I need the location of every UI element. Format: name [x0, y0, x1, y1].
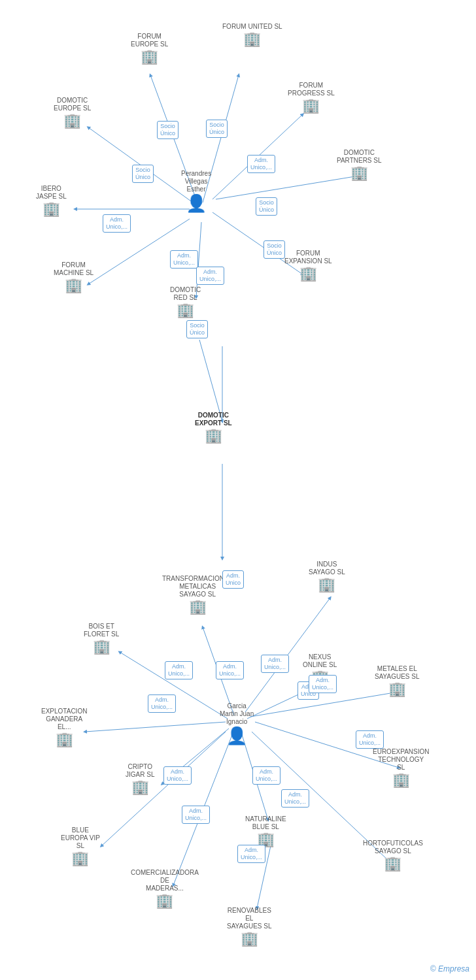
forum-machine-icon: 🏢	[65, 278, 82, 293]
hortofuticolas-icon: 🏢	[384, 857, 401, 871]
cripto-jigar-icon: 🏢	[131, 780, 149, 794]
explotacion-icon: 🏢	[56, 732, 73, 747]
badge-socio-3: SocioÚnico	[132, 165, 154, 183]
node-domotic-export: DOMOTICEXPORT SL 🏢	[195, 412, 232, 443]
watermark: © Empresa	[430, 964, 469, 973]
node-naturaline-blue: NATURALINEBLUE SL 🏢	[245, 815, 286, 847]
badge-adm-5: Adm.Unico,...	[165, 661, 193, 679]
node-domotic-europe: DOMOTICEUROPE SL 🏢	[54, 97, 91, 128]
svg-line-4	[216, 176, 355, 199]
badge-socio-4: SocioÚnico	[256, 197, 277, 216]
badge-adm-unico-1: Adm.Unico	[222, 570, 244, 589]
node-explotacion: EXPLOTACIONGANADERAEL... 🏢	[41, 708, 87, 747]
node-garcia: GarciaMartin JuanIgnacio 👤	[220, 702, 254, 744]
node-indus-sayago: INDUSSAYAGO SL 🏢	[309, 561, 345, 592]
node-hortofuticolas: HORTOFUTICOLASSAYAGO SL 🏢	[363, 840, 423, 871]
euroexpansion-icon: 🏢	[392, 773, 410, 787]
forum-progress-icon: 🏢	[302, 99, 320, 113]
badge-adm-2: Adm.Unico,...	[103, 214, 131, 233]
badge-adm-10: Adm.Unico,...	[356, 730, 384, 749]
node-forum-machine: FORUMMACHINE SL 🏢	[54, 261, 94, 293]
badge-adm-7: Adm.Unico,...	[261, 655, 289, 673]
badge-adm-6: Adm.Unico,...	[216, 661, 244, 679]
blue-europa-icon: 🏢	[71, 851, 89, 866]
forum-europe-icon: 🏢	[141, 50, 158, 64]
perandres-person-icon: 👤	[186, 195, 207, 212]
node-metales-el: METALES ELSAYAGUES SL 🏢	[375, 665, 420, 696]
badge-adm-11: Adm.Unico,...	[163, 766, 192, 785]
node-domotic-red: DOMOTICRED SL 🏢	[170, 286, 201, 318]
node-forum-expansion: FORUMEXPANSION SL 🏢	[284, 250, 332, 281]
node-comercializadora: COMERCIALIZADORADEMADERAS... 🏢	[131, 869, 199, 908]
forum-united-icon: 🏢	[243, 32, 261, 46]
svg-line-9	[199, 340, 222, 421]
svg-line-17	[85, 722, 226, 732]
node-euroexpansion: EUROEXPANSIONTECHNOLOGYSL 🏢	[373, 748, 430, 787]
domotic-europe-icon: 🏢	[63, 114, 81, 128]
ibero-jaspe-icon: 🏢	[42, 202, 60, 216]
domotic-partners-icon: 🏢	[350, 166, 368, 180]
node-forum-progress: FORUMPROGRESS SL 🏢	[288, 82, 335, 113]
node-ibero-jaspe: IBEROJASPE SL 🏢	[36, 185, 67, 216]
node-domotic-partners: DOMOTICPARTNERS SL 🏢	[337, 149, 382, 180]
garcia-person-icon: 👤	[226, 727, 247, 744]
indus-sayago-icon: 🏢	[318, 578, 335, 592]
badge-adm-14: Adm.Unico,...	[182, 806, 210, 824]
renovables-icon: 🏢	[241, 932, 258, 946]
badge-adm-9: Adm.Unico,...	[148, 694, 176, 713]
badge-adm-3: Adm.Unico,...	[170, 250, 198, 269]
diagram: FORUM UNITED SL 🏢 FORUMEUROPE SL 🏢 FORUM…	[0, 0, 476, 980]
svg-line-21	[101, 732, 226, 846]
forum-expansion-icon: 🏢	[299, 267, 317, 281]
node-blue-europa: BLUEEUROPA VIPSL 🏢	[61, 826, 100, 866]
node-forum-europe: FORUMEUROPE SL 🏢	[131, 33, 168, 64]
bois-floret-icon: 🏢	[93, 640, 110, 654]
badge-socio-2: SocioÚnico	[206, 120, 228, 138]
badge-socio-5: SocioÚnico	[264, 240, 285, 259]
comercializadora-icon: 🏢	[156, 894, 173, 908]
transformaciones-icon: 🏢	[189, 600, 207, 614]
node-cripto-jigar: CRIPTOJIGAR SL 🏢	[126, 763, 154, 794]
node-bois-floret: BOIS ETFLORET SL 🏢	[84, 623, 119, 654]
badge-adm-15: Adm.Unico,...	[237, 845, 265, 863]
domotic-export-icon: 🏢	[205, 429, 222, 443]
node-forum-united: FORUM UNITED SL 🏢	[222, 23, 282, 46]
badge-adm-1: Adm.Unico,...	[247, 155, 275, 173]
badge-socio-1: SocioÚnico	[157, 121, 178, 139]
badge-adm-12: Adm.Unico,...	[252, 766, 280, 785]
badge-adm-4: Adm.Unico,...	[196, 267, 224, 285]
badge-socio-6: SocioÚnico	[186, 320, 208, 338]
node-renovables: RENOVABLESELSAYAGUES SL 🏢	[227, 907, 272, 946]
badge-adm-13: Adm.Unico,...	[281, 789, 309, 808]
domotic-red-icon: 🏢	[177, 303, 194, 318]
metales-el-icon: 🏢	[388, 682, 406, 696]
badge-adm-8: Adm.Unico,...	[309, 675, 337, 693]
node-perandres: PerandresVillegasEsther 👤	[181, 170, 211, 212]
